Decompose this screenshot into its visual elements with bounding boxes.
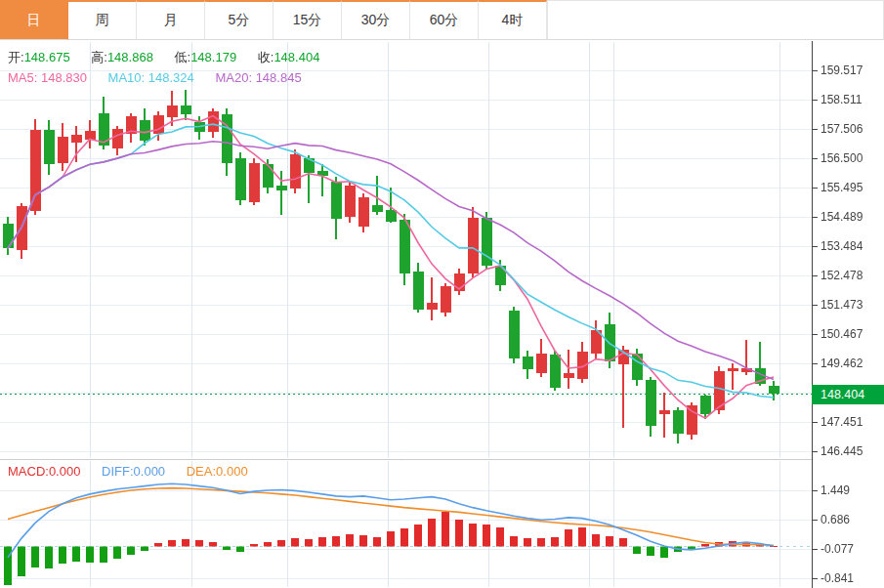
ma-readout: MA5: 148.830 MA10: 148.324 MA20: 148.845 (8, 70, 319, 85)
macd-readout: MACD:0.000 DIFF:0.000 DEA:0.000 (8, 464, 266, 479)
chart-area: 开:148.675 高:148.868 低:148.179 收:148.404 … (0, 40, 884, 588)
price-macd-chart-canvas[interactable] (0, 40, 884, 588)
ohlc-low: 低:148.179 (175, 50, 237, 64)
current-price-badge: 148.404 (812, 385, 884, 404)
macd-value: MACD:0.000 (8, 464, 80, 479)
tab-day[interactable]: 日 (0, 0, 68, 40)
ma5-readout: MA5: 148.830 (8, 70, 87, 85)
tabbar-empty-space (547, 0, 884, 40)
tab-30min[interactable]: 30分 (342, 0, 410, 40)
dea-value: DEA:0.000 (187, 464, 248, 479)
tab-5min[interactable]: 5分 (205, 0, 274, 40)
ohlc-close: 收:148.404 (258, 50, 320, 64)
ma10-readout: MA10: 148.324 (108, 70, 194, 85)
tab-4hour[interactable]: 4时 (479, 0, 547, 40)
tab-week[interactable]: 周 (68, 0, 137, 40)
tab-15min[interactable]: 15分 (274, 0, 342, 40)
ohlc-open: 开:148.675 (8, 50, 70, 64)
interval-tabbar: 日 周 月 5分 15分 30分 60分 4时 (0, 0, 884, 40)
tab-60min[interactable]: 60分 (410, 0, 479, 40)
ohlc-readout: 开:148.675 高:148.868 低:148.179 收:148.404 (8, 49, 337, 66)
tab-month[interactable]: 月 (137, 0, 205, 40)
ma20-readout: MA20: 148.845 (215, 70, 301, 85)
diff-value: DIFF:0.000 (102, 464, 165, 479)
ohlc-high: 高:148.868 (91, 50, 153, 64)
